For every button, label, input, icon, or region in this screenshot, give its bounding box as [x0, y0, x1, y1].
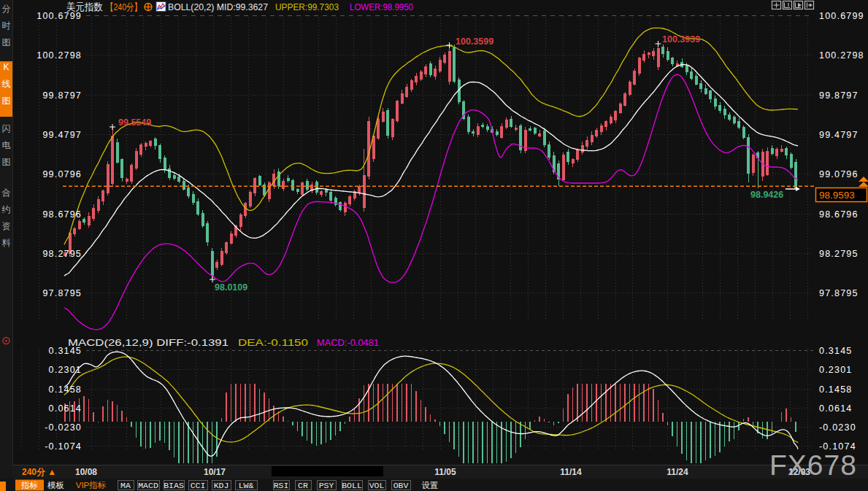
- svg-text:-0.0230: -0.0230: [819, 422, 856, 433]
- svg-text:0.2301: 0.2301: [49, 365, 82, 375]
- svg-text:98.0109: 98.0109: [215, 282, 247, 293]
- svg-text:97.8795: 97.8795: [819, 288, 859, 298]
- svg-text:-0.0230: -0.0230: [45, 422, 82, 433]
- svg-text:98.6796: 98.6796: [819, 209, 859, 220]
- svg-text:VOL: VOL: [369, 481, 385, 490]
- svg-text:MA: MA: [120, 481, 131, 490]
- svg-text:DEA:-0.1150: DEA:-0.1150: [238, 337, 308, 348]
- svg-text:BIAS: BIAS: [164, 481, 184, 490]
- svg-text:线: 线: [2, 79, 11, 89]
- svg-text:UPPER:99.7303: UPPER:99.7303: [275, 1, 339, 12]
- svg-text:99.8797: 99.8797: [42, 90, 82, 101]
- svg-text:时: 时: [2, 20, 11, 31]
- svg-text:100.3599: 100.3599: [456, 36, 493, 47]
- svg-text:闪: 闪: [2, 123, 11, 134]
- svg-text:11/14: 11/14: [560, 467, 582, 477]
- svg-text:11/05: 11/05: [434, 467, 456, 477]
- svg-text:10/08: 10/08: [75, 467, 97, 477]
- svg-text:100.6799: 100.6799: [819, 11, 864, 21]
- svg-text:约: 约: [2, 204, 11, 214]
- svg-text:【240分】: 【240分】: [106, 1, 142, 12]
- svg-text:99.5549: 99.5549: [118, 117, 151, 128]
- svg-text:99.4797: 99.4797: [819, 130, 859, 140]
- svg-text:0.0614: 0.0614: [819, 403, 852, 414]
- svg-text:LW&: LW&: [239, 481, 254, 490]
- svg-text:98.6796: 98.6796: [42, 209, 82, 220]
- svg-text:KDJ: KDJ: [214, 481, 229, 490]
- svg-text:OBV: OBV: [393, 481, 409, 490]
- svg-text:FX678: FX678: [769, 449, 857, 481]
- svg-text:图: 图: [2, 37, 11, 47]
- svg-text:MACD:-0.0481: MACD:-0.0481: [317, 337, 379, 348]
- svg-text:美元指数: 美元指数: [66, 1, 103, 12]
- svg-text:0.1458: 0.1458: [819, 384, 852, 395]
- svg-text:240分 ▲: 240分 ▲: [22, 467, 56, 477]
- svg-text:100.2798: 100.2798: [819, 50, 864, 61]
- svg-text:98.9426: 98.9426: [750, 190, 783, 200]
- svg-text:0.1458: 0.1458: [49, 384, 82, 395]
- svg-text:100.6799: 100.6799: [37, 11, 82, 21]
- svg-text:模板: 模板: [47, 481, 64, 490]
- svg-text:指标: 指标: [20, 481, 38, 490]
- svg-text:LOWER:98.9950: LOWER:98.9950: [350, 1, 413, 12]
- svg-text:0.2301: 0.2301: [819, 365, 852, 375]
- svg-text:设置: 设置: [422, 481, 439, 490]
- svg-text:0.3145: 0.3145: [819, 346, 852, 356]
- svg-text:99.0796: 99.0796: [819, 169, 859, 179]
- svg-text:BOLL(20,2) MID:99.3627: BOLL(20,2) MID:99.3627: [168, 1, 268, 12]
- svg-text:MACD(26,12,9) DIFF:-0.1391: MACD(26,12,9) DIFF:-0.1391: [68, 337, 228, 348]
- svg-text:99.0796: 99.0796: [42, 169, 82, 179]
- svg-text:100.3939: 100.3939: [662, 34, 700, 45]
- svg-text:RSI: RSI: [274, 481, 289, 490]
- svg-text:VIP指标: VIP指标: [76, 481, 107, 490]
- svg-text:资: 资: [2, 221, 11, 231]
- svg-text:料: 料: [2, 238, 11, 248]
- svg-text:98.9593: 98.9593: [819, 190, 855, 201]
- svg-text:分: 分: [2, 4, 11, 14]
- svg-text:电: 电: [2, 140, 11, 150]
- svg-text:K: K: [3, 62, 9, 72]
- svg-text:CCI: CCI: [191, 481, 206, 490]
- svg-text:BOLL: BOLL: [342, 481, 362, 490]
- svg-text:CR: CR: [298, 481, 308, 490]
- svg-text:-0.1074: -0.1074: [45, 441, 82, 452]
- svg-text:97.8795: 97.8795: [42, 288, 82, 298]
- svg-text:11/24: 11/24: [667, 467, 688, 477]
- svg-text:图: 图: [2, 96, 11, 106]
- svg-text:0.0614: 0.0614: [49, 403, 82, 414]
- svg-text:99.8797: 99.8797: [819, 90, 859, 101]
- svg-text:98.2795: 98.2795: [42, 249, 82, 259]
- svg-text:99.4797: 99.4797: [42, 130, 82, 140]
- svg-text:PSY: PSY: [319, 481, 334, 490]
- svg-text:合: 合: [2, 187, 11, 198]
- svg-text:98.2795: 98.2795: [819, 249, 859, 259]
- svg-text:100.2798: 100.2798: [37, 50, 82, 61]
- svg-text:图: 图: [2, 157, 11, 167]
- svg-text:10/17: 10/17: [204, 467, 226, 477]
- svg-text:MACD: MACD: [138, 481, 158, 490]
